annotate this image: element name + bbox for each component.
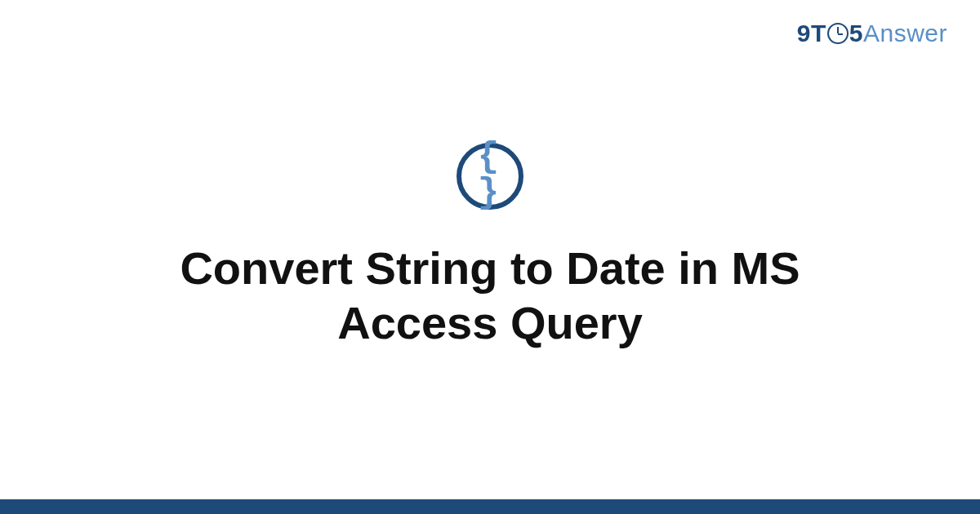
code-braces-icon: { }: [461, 139, 519, 210]
footer-accent-bar: [0, 499, 980, 514]
main-content: { } Convert String to Date in MS Access …: [0, 143, 980, 350]
logo-text-9t: 9T: [797, 20, 826, 47]
clock-icon: [827, 23, 849, 44]
logo-text-answer: Answer: [863, 20, 947, 47]
site-logo: 9T 5 Answer: [797, 20, 947, 47]
category-badge: { }: [457, 143, 523, 210]
page-title: Convert String to Date in MS Access Quer…: [114, 241, 866, 350]
logo-text-5: 5: [849, 20, 863, 47]
